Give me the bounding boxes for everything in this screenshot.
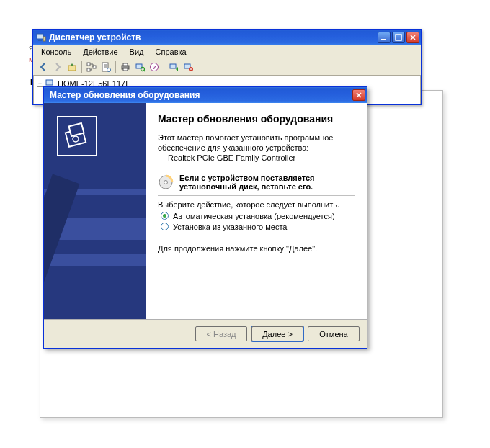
- svg-rect-8: [93, 66, 96, 68]
- cd-hint-line2: установочный диск, вставьте его.: [179, 182, 315, 191]
- window-title: Диспетчер устройств: [49, 32, 378, 42]
- toolbar: ?: [33, 58, 421, 76]
- print-icon: [120, 62, 130, 72]
- toolbar-tree-button[interactable]: [84, 60, 99, 74]
- tree-view-icon: [86, 62, 97, 72]
- divider: [158, 195, 355, 196]
- scan-hardware-icon: [135, 62, 145, 72]
- window-control-group: [378, 32, 419, 43]
- svg-rect-22: [170, 64, 176, 68]
- svg-rect-1: [38, 40, 42, 41]
- close-button[interactable]: [406, 32, 419, 43]
- cd-icon: [158, 174, 174, 190]
- wizard-graphic-icon: [57, 116, 97, 156]
- svg-point-30: [73, 136, 79, 142]
- up-folder-icon: [67, 62, 77, 72]
- help-icon: ?: [149, 62, 159, 72]
- maximize-button[interactable]: [392, 32, 405, 43]
- tree-expand-toggle[interactable]: −: [37, 81, 43, 87]
- back-icon: [38, 62, 48, 72]
- wizard-intro-line1: Этот мастер помогает установить программ…: [158, 133, 355, 142]
- wizard-close-button[interactable]: [352, 89, 365, 101]
- toolbar-properties-button[interactable]: [99, 60, 113, 74]
- wizard-body: Мастер обновления оборудования Этот маст…: [44, 103, 367, 319]
- menu-view[interactable]: Вид: [125, 46, 149, 58]
- svg-rect-7: [87, 68, 90, 71]
- radio-auto-label: Автоматическая установка (рекомендуется): [173, 212, 335, 220]
- cd-hint-line1: Если с устройством поставляется: [179, 174, 315, 182]
- close-icon: [409, 34, 416, 41]
- cancel-button[interactable]: Отмена: [308, 326, 360, 341]
- radio-manual-install[interactable]: Установка из указанного места: [161, 223, 355, 231]
- svg-rect-3: [381, 39, 386, 40]
- properties-icon: [101, 62, 111, 72]
- wizard-heading: Мастер обновления оборудования: [158, 113, 355, 126]
- toolbar-forward-button[interactable]: [50, 60, 65, 74]
- minimize-button[interactable]: [378, 32, 391, 43]
- uninstall-icon: [183, 62, 193, 72]
- menu-action[interactable]: Действие: [78, 46, 122, 58]
- window-control-group: [338, 89, 365, 101]
- menubar: Консоль Действие Вид Справка: [33, 45, 421, 58]
- menu-console[interactable]: Консоль: [36, 46, 76, 58]
- close-icon: [355, 91, 362, 99]
- toolbar-back-button[interactable]: [36, 60, 50, 74]
- forward-icon: [53, 62, 63, 72]
- wizard-titlebar[interactable]: Мастер обновления оборудования: [44, 87, 367, 103]
- toolbar-separator: [81, 61, 82, 73]
- toolbar-print-button[interactable]: [118, 60, 133, 74]
- radio-manual-label: Установка из указанного места: [173, 223, 287, 231]
- wizard-content: Мастер обновления оборудования Этот маст…: [146, 103, 367, 319]
- toolbar-update-button[interactable]: [166, 60, 181, 74]
- svg-line-19: [144, 70, 146, 71]
- svg-rect-26: [46, 80, 53, 85]
- titlebar[interactable]: Диспетчер устройств: [33, 30, 421, 45]
- update-driver-icon: [169, 62, 179, 72]
- decorative-stripe: [44, 254, 146, 266]
- wizard-footer: < Назад Далее > Отмена: [44, 319, 367, 348]
- install-mode-radiogroup: Автоматическая установка (рекомендуется)…: [161, 212, 355, 231]
- svg-text:?: ?: [153, 64, 156, 71]
- menu-help[interactable]: Справка: [151, 46, 192, 58]
- toolbar-up-button[interactable]: [65, 60, 79, 74]
- wizard-title: Мастер обновления оборудования: [47, 90, 338, 100]
- radio-checked-icon: [161, 212, 169, 220]
- svg-rect-29: [68, 123, 84, 136]
- install-disc-hint: Если с устройством поставляется установо…: [158, 174, 355, 191]
- choose-action-label: Выберите действие, которое следует выпол…: [158, 200, 355, 209]
- wizard-sidebar: [44, 103, 146, 319]
- toolbar-uninstall-button[interactable]: [181, 60, 195, 74]
- radio-auto-install[interactable]: Автоматическая установка (рекомендуется): [161, 212, 355, 220]
- continue-hint: Для продолжения нажмите кнопку "Далее".: [158, 244, 355, 253]
- toolbar-separator: [164, 61, 164, 73]
- toolbar-separator: [115, 61, 116, 73]
- maximize-icon: [395, 34, 402, 41]
- svg-rect-6: [87, 63, 90, 66]
- toolbar-help-button[interactable]: ?: [147, 60, 161, 74]
- device-name: Realtek PCIe GBE Family Controller: [158, 153, 355, 162]
- radio-unchecked-icon: [161, 223, 169, 230]
- svg-rect-15: [123, 63, 128, 66]
- svg-point-32: [164, 180, 168, 184]
- svg-rect-4: [396, 35, 401, 40]
- toolbar-scan-button[interactable]: [133, 60, 147, 74]
- svg-point-13: [107, 68, 111, 71]
- hardware-update-wizard: Мастер обновления оборудования Мастер: [43, 86, 368, 349]
- decorative-stripe: [44, 174, 80, 306]
- svg-rect-16: [123, 68, 128, 71]
- svg-rect-5: [68, 66, 76, 71]
- app-icon: [36, 32, 46, 42]
- svg-rect-0: [37, 34, 43, 39]
- wizard-intro-line2: обеспечение для указанного устройства:: [158, 143, 355, 152]
- next-button[interactable]: Далее >: [251, 326, 303, 341]
- back-button[interactable]: < Назад: [195, 326, 247, 341]
- svg-rect-2: [43, 37, 45, 41]
- minimize-icon: [380, 34, 388, 41]
